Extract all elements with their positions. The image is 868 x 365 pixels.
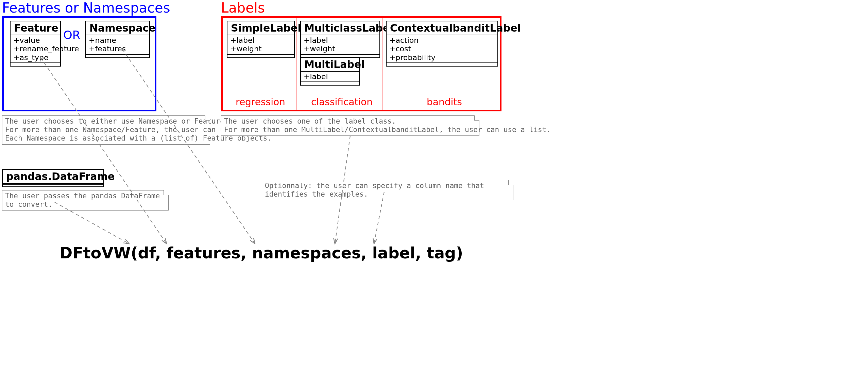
simplelabel-methods (227, 55, 294, 57)
feature-class-methods (11, 63, 60, 66)
feature-attr-astype: +as_type (13, 53, 57, 62)
dataframe-empty (3, 185, 103, 186)
uml-class-multilabel: MultiLabel +label (300, 57, 360, 86)
multiclasslabel-attrs: +label +weight (301, 35, 379, 55)
multiclasslabel-attr-label: +label (304, 36, 377, 44)
simplelabel-name: SimpleLabel (227, 21, 294, 35)
namespace-attr-features: +features (89, 44, 147, 53)
subgroup-classification: classification (311, 96, 373, 108)
namespace-attr-name: +name (89, 36, 147, 44)
subgroup-bandits: bandits (427, 96, 462, 108)
feature-attr-value: +value (13, 36, 57, 44)
cblabel-methods (387, 63, 497, 66)
simplelabel-attrs: +label +weight (227, 35, 294, 55)
features-note: The user chooses to either use Namespace… (2, 115, 210, 145)
namespace-class-methods (86, 55, 149, 57)
multilabel-attr-label: +label (304, 72, 356, 81)
feature-class-name: Feature (11, 21, 60, 35)
cblabel-attr-prob: +probability (389, 53, 495, 62)
dataframe-name: pandas.DataFrame (3, 170, 103, 184)
features-group-box: Feature +value +rename_feature +as_type … (2, 16, 156, 111)
dftovw-signature: DFtoVW(df, features, namespaces, label, … (59, 244, 463, 262)
uml-class-dataframe: pandas.DataFrame (2, 169, 104, 187)
labels-group-box: regression classification bandits Simple… (221, 16, 501, 111)
labels-group-title: Labels (221, 0, 265, 16)
multiclasslabel-name: MulticlassLabel (301, 21, 379, 35)
namespace-class-name: Namespace (86, 21, 149, 35)
cblabel-attr-action: +action (389, 36, 495, 44)
namespace-class-attrs: +name +features (86, 35, 149, 55)
subgroup-regression: regression (236, 96, 285, 108)
dataframe-note: The user passes the pandas DataFrame to … (2, 190, 169, 211)
features-group-title: Features or Namespaces (2, 0, 170, 16)
cblabel-attr-cost: +cost (389, 44, 495, 53)
multilabel-attrs: +label (301, 72, 359, 82)
multilabel-name: MultiLabel (301, 58, 359, 72)
or-label: OR (63, 28, 80, 42)
tag-note: Optionnaly: the user can specify a colum… (262, 180, 513, 200)
labels-note: The user chooses one of the label class.… (221, 115, 479, 136)
simplelabel-attr-label: +label (230, 36, 291, 44)
multiclasslabel-attr-weight: +weight (304, 44, 377, 53)
uml-class-multiclasslabel: MulticlassLabel +label +weight (300, 21, 380, 58)
uml-class-simplelabel: SimpleLabel +label +weight (227, 21, 295, 58)
feature-class-attrs: +value +rename_feature +as_type (11, 35, 60, 63)
cblabel-attrs: +action +cost +probability (387, 35, 497, 63)
cblabel-name: ContextualbanditLabel (387, 21, 497, 35)
feature-attr-rename: +rename_feature (13, 44, 57, 53)
multilabel-methods (301, 82, 359, 85)
uml-class-namespace: Namespace +name +features (85, 21, 150, 58)
uml-class-feature: Feature +value +rename_feature +as_type (10, 21, 61, 67)
simplelabel-attr-weight: +weight (230, 44, 291, 53)
uml-class-cblabel: ContextualbanditLabel +action +cost +pro… (386, 21, 498, 67)
